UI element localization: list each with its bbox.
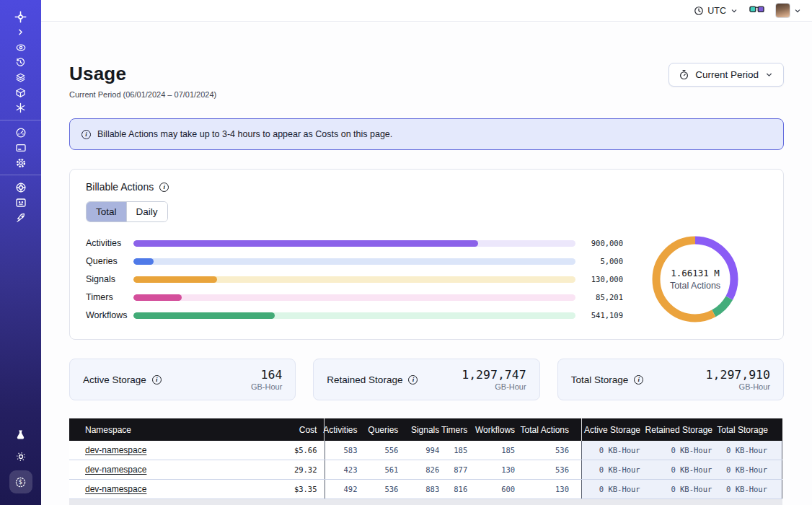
active-storage-cell: 0 KB-Hour: [599, 446, 640, 454]
history-clock-icon[interactable]: [0, 55, 41, 70]
retained-storage-cell: 0 KB-Hour: [671, 446, 712, 454]
nexus-asterisk-icon[interactable]: [0, 100, 41, 115]
svg-text:$: $: [19, 478, 22, 486]
info-banner: i Billable Actions may take up to 3-4 ho…: [69, 118, 784, 150]
page-subtitle: Current Period (06/01/2024 – 07/01/2024): [69, 90, 216, 99]
namespace-usage-table: Namespace Cost Activities Queries Signal…: [69, 418, 782, 505]
topbar: UTC: [41, 0, 812, 22]
sidebar: $: [0, 0, 41, 505]
bar-row-timers: Timers 85,201: [86, 289, 623, 307]
bar-track: [133, 258, 575, 265]
bar-track: [133, 276, 575, 283]
total-actions-cell: 536: [555, 465, 569, 474]
info-banner-text: Billable Actions may take up to 3-4 hour…: [97, 129, 392, 139]
bar-track: [133, 294, 575, 301]
info-icon[interactable]: i: [152, 375, 162, 385]
support-lifebuoy-icon[interactable]: [0, 180, 41, 195]
info-icon[interactable]: i: [634, 375, 643, 385]
chevron-down-icon: [764, 70, 774, 79]
donut-chart: 1.66131 M Total Actions: [623, 232, 767, 327]
total-actions-cell: 536: [555, 446, 569, 454]
bar-chart: Activities 900,000 Queries 5,000 Signals…: [86, 234, 623, 325]
storage-cards: Active Storage i 164 GB-Hour Retained St…: [69, 359, 784, 400]
monitor-icon[interactable]: [0, 195, 41, 210]
period-dropdown-button[interactable]: Current Period: [668, 63, 784, 87]
table-partial-next-row: [69, 499, 782, 505]
total-storage-cell: 0 KB-Hour: [726, 465, 767, 474]
col-workflows: Workflows: [475, 425, 515, 435]
activities-cell: 423: [343, 465, 357, 474]
eye-icon[interactable]: [0, 40, 41, 55]
bar-value: 130,000: [584, 275, 623, 284]
cube-icon[interactable]: [0, 85, 41, 100]
billable-actions-chart: Activities 900,000 Queries 5,000 Signals…: [86, 232, 767, 327]
billable-actions-header: Billable Actions i: [86, 181, 767, 193]
glasses-icon[interactable]: [749, 4, 764, 17]
pricing-coin-button[interactable]: $: [9, 470, 32, 493]
table-row: dev-namespace $3.35 492 536 883 816 600 …: [69, 480, 782, 499]
bar-row-workflows: Workflows 541,109: [86, 307, 623, 325]
total-storage-label: Total Storage: [571, 374, 629, 385]
period-dropdown-label: Current Period: [695, 69, 759, 80]
retained-storage-cell: 0 KB-Hour: [671, 485, 712, 493]
retained-storage-label: Retained Storage: [327, 374, 402, 385]
labs-flask-icon[interactable]: [0, 427, 41, 442]
bar-value: 85,201: [584, 293, 623, 302]
total-storage-value: 1,297,910: [706, 368, 770, 382]
billable-actions-card: Billable Actions i Total Daily Activitie…: [69, 169, 784, 340]
billing-card-icon[interactable]: [0, 140, 41, 155]
bar-label: Signals: [86, 274, 133, 284]
bar-label: Timers: [86, 292, 133, 302]
workflows-cell: 600: [501, 485, 515, 493]
bar-label: Queries: [86, 256, 133, 266]
rocket-icon[interactable]: [0, 210, 41, 225]
namespace-link[interactable]: dev-namespace: [85, 484, 146, 494]
retained-storage-unit: GB-Hour: [462, 382, 526, 391]
temporal-logo[interactable]: [0, 9, 41, 25]
bar-label: Workflows: [86, 310, 133, 320]
main-content: Usage Current Period (06/01/2024 – 07/01…: [41, 22, 812, 505]
bar-row-signals: Signals 130,000: [86, 271, 623, 289]
cost-cell: 29.32: [294, 465, 317, 474]
expand-chevron-icon[interactable]: [0, 25, 41, 40]
retained-storage-value: 1,297,747: [462, 368, 526, 382]
signals-cell: 994: [425, 446, 439, 454]
bar-row-activities: Activities 900,000: [86, 234, 623, 252]
info-icon: i: [81, 130, 91, 139]
active-storage-cell: 0 KB-Hour: [599, 465, 640, 474]
total-storage-cell: 0 KB-Hour: [726, 485, 767, 493]
col-cost: Cost: [299, 425, 317, 435]
activities-cell: 583: [343, 446, 357, 454]
col-retained-storage: Retained Storage: [645, 425, 712, 435]
info-icon[interactable]: i: [159, 183, 169, 192]
col-total-actions: Total Actions: [521, 425, 569, 435]
bar-fill: [133, 294, 182, 301]
col-namespace: Namespace: [85, 425, 131, 435]
usage-gauge-icon[interactable]: [0, 125, 41, 140]
tab-total[interactable]: Total: [87, 202, 126, 221]
namespace-link[interactable]: dev-namespace: [85, 465, 146, 475]
active-storage-value: 164: [251, 368, 282, 382]
page-title: Usage: [69, 63, 216, 85]
bar-label: Activities: [86, 238, 133, 248]
theme-sun-icon[interactable]: [0, 449, 41, 464]
info-icon[interactable]: i: [408, 375, 418, 385]
total-storage-cell: 0 KB-Hour: [726, 446, 767, 454]
signals-cell: 826: [425, 465, 439, 474]
settings-gear-icon[interactable]: [0, 155, 41, 170]
timezone-selector[interactable]: UTC: [694, 6, 738, 16]
workflows-cell: 185: [501, 446, 515, 454]
activities-cell: 492: [343, 485, 357, 493]
sidebar-divider: [0, 175, 41, 175]
tab-daily[interactable]: Daily: [126, 202, 167, 221]
signals-cell: 883: [425, 485, 439, 493]
total-storage-unit: GB-Hour: [706, 382, 770, 391]
account-menu[interactable]: [775, 3, 802, 18]
billable-actions-tabs: Total Daily: [86, 201, 168, 222]
cost-cell: $3.35: [294, 485, 317, 493]
namespace-link[interactable]: dev-namespace: [85, 445, 146, 455]
layers-icon[interactable]: [0, 70, 41, 85]
chevron-down-icon: [730, 6, 738, 15]
timers-cell: 877: [454, 465, 467, 474]
page-header: Usage Current Period (06/01/2024 – 07/01…: [69, 63, 784, 99]
